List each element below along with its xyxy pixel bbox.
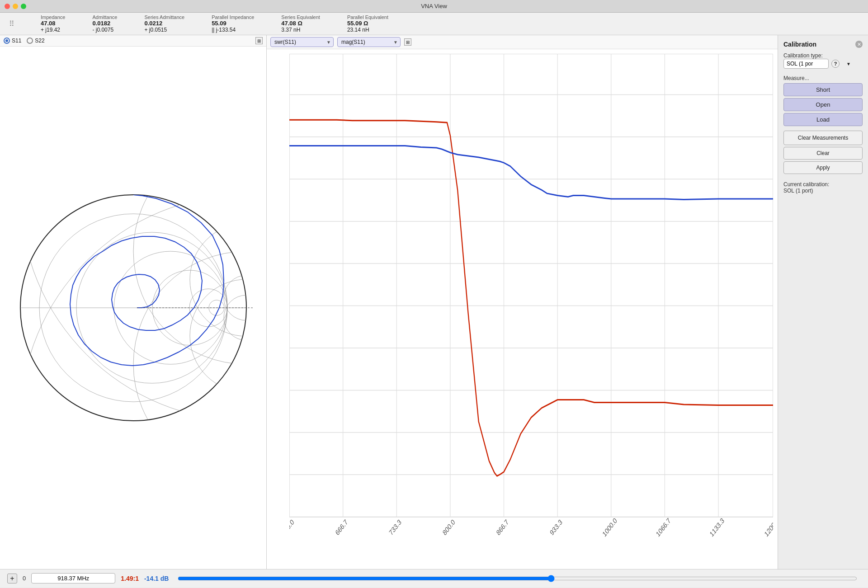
impedance-sub: + j19.42 (41, 27, 60, 33)
measure-label: Measure... (783, 75, 863, 81)
cal-type-dropdown-wrapper: SOL (1 por SOL (2 port) SOLT ▼ ? (783, 59, 863, 69)
metric-series-admittance: Series Admittance 0.0212 + j0.0515 (144, 14, 184, 33)
svg-marker-19 (254, 305, 255, 310)
current-cal-section: Current calibration: SOL (1 port) (783, 179, 863, 194)
series-admittance-value: 0.0212 (144, 20, 162, 27)
main-content: S11 S22 ⊞ (0, 35, 868, 569)
admittance-value: 0.0182 (92, 20, 110, 27)
parallel-impedance-value: 55.09 (212, 20, 226, 27)
series-equivalent-label: Series Equivalent (281, 14, 320, 20)
metrics-handle: ⠿ (9, 19, 14, 28)
metric-parallel-impedance: Parallel Impedance 55.09 || j-133.54 (212, 14, 254, 33)
open-button[interactable]: Open (783, 98, 863, 111)
close-button[interactable] (5, 4, 10, 9)
minimize-button[interactable] (13, 4, 18, 9)
smith-expand-button[interactable]: ⊞ (255, 37, 263, 44)
smith-toolbar: S11 S22 ⊞ (0, 35, 266, 47)
series-equivalent-value: 47.08 Ω (281, 20, 302, 27)
parallel-equivalent-sub: 23.14 nH (347, 27, 369, 33)
parallel-impedance-sub: || j-133.54 (212, 27, 236, 33)
s-param-selector: S11 S22 (4, 38, 45, 44)
cal-title: Calibration (783, 41, 816, 48)
metric-series-equivalent: Series Equivalent 47.08 Ω 3.37 nH (281, 14, 320, 33)
y-right-dropdown[interactable]: mag(S11) swr(S11) phase(S11) (337, 37, 401, 47)
svg-text:1200.0: 1200.0 (763, 517, 773, 538)
smith-chart-svg (11, 186, 255, 430)
load-button[interactable]: Load (783, 113, 863, 126)
frequency-input[interactable] (31, 573, 115, 583)
svg-text:866.7: 866.7 (495, 518, 509, 537)
series-admittance-label: Series Admittance (144, 14, 184, 20)
app-title: VNA View (421, 3, 447, 9)
cal-help-button[interactable]: ? (831, 60, 840, 68)
graph-expand-button[interactable]: ⊞ (404, 38, 411, 46)
s22-radio[interactable]: S22 (27, 38, 44, 44)
frequency-slider[interactable] (178, 575, 857, 582)
graph-area: 11.0 10.0 9.0 8.0 7.0 6.0 5.0 4.0 3.0 2.… (267, 49, 778, 569)
clear-button[interactable]: Clear (783, 147, 863, 160)
current-cal-value: SOL (1 port) (783, 188, 863, 194)
svg-text:1133.3: 1133.3 (708, 517, 725, 538)
svg-text:666.7: 666.7 (334, 518, 349, 537)
svg-rect-21 (289, 54, 773, 517)
series-equivalent-sub: 3.37 nH (281, 27, 300, 33)
svg-text:600.0: 600.0 (289, 518, 295, 537)
cal-type-label: Calibration type: (783, 52, 863, 59)
impedance-label: Impedance (41, 14, 65, 20)
clear-measurements-button[interactable]: Clear Measurements (783, 131, 863, 145)
admittance-sub: - j0.0075 (92, 27, 113, 33)
svg-text:733.3: 733.3 (388, 518, 402, 537)
short-button[interactable]: Short (783, 83, 863, 96)
statusbar: + 0 1.49:1 -14.1 dB (0, 569, 868, 587)
svg-text:1066.7: 1066.7 (655, 517, 672, 538)
series-admittance-sub: + j0.0515 (144, 27, 167, 33)
metric-impedance: Impedance 47.08 + j19.42 (41, 14, 65, 33)
cal-type-dropdown[interactable]: SOL (1 por SOL (2 port) SOLT (783, 59, 829, 69)
graph-panel: swr(S11) mag(S11) phase(S11) ▼ mag(S11) … (267, 35, 778, 569)
s11-label: S11 (12, 38, 21, 44)
s22-label: S22 (35, 38, 44, 44)
metric-admittance: Admittance 0.0182 - j0.0075 (92, 14, 117, 33)
maximize-button[interactable] (21, 4, 26, 9)
metrics-bar: ⠿ Impedance 47.08 + j19.42 Admittance 0.… (0, 13, 868, 35)
titlebar: VNA View (0, 0, 868, 13)
traffic-lights (5, 4, 26, 9)
calibration-sidebar: Calibration ✕ Calibration type: SOL (1 p… (778, 35, 868, 569)
graph-svg: 11.0 10.0 9.0 8.0 7.0 6.0 5.0 4.0 3.0 2.… (289, 54, 773, 551)
channel-number: 0 (23, 575, 26, 582)
y-left-dropdown[interactable]: swr(S11) mag(S11) phase(S11) (270, 37, 334, 47)
cal-type-dropdown-arrow: ▼ (846, 61, 851, 66)
parallel-equivalent-value: 55.09 Ω (347, 20, 368, 27)
impedance-value: 47.08 (41, 20, 56, 27)
smith-chart-container (0, 47, 266, 569)
parallel-equivalent-label: Parallel Equivalent (347, 14, 388, 20)
s11-radio[interactable]: S11 (4, 38, 21, 44)
s22-radio-indicator (27, 38, 33, 44)
metric-parallel-equivalent: Parallel Equivalent 55.09 Ω 23.14 nH (347, 14, 388, 33)
cal-header: Calibration ✕ (783, 41, 863, 48)
db-value: -14.1 dB (144, 575, 169, 582)
svg-text:933.3: 933.3 (549, 518, 563, 537)
smith-chart-panel: S11 S22 ⊞ (0, 35, 267, 569)
parallel-impedance-label: Parallel Impedance (212, 14, 254, 20)
admittance-label: Admittance (92, 14, 117, 20)
current-cal-label: Current calibration: (783, 181, 863, 188)
cal-close-button[interactable]: ✕ (855, 41, 863, 48)
cal-type-section: Calibration type: SOL (1 por SOL (2 port… (783, 52, 863, 69)
graph-toolbar: swr(S11) mag(S11) phase(S11) ▼ mag(S11) … (267, 35, 778, 49)
apply-button[interactable]: Apply (783, 161, 863, 174)
measure-section: Measure... Short Open Load (783, 73, 863, 126)
svg-text:1000.0: 1000.0 (601, 517, 618, 538)
s11-radio-indicator (4, 38, 10, 44)
svg-text:800.0: 800.0 (442, 518, 456, 537)
y-right-dropdown-wrapper: mag(S11) swr(S11) phase(S11) ▼ (337, 37, 401, 47)
add-trace-button[interactable]: + (7, 574, 17, 583)
cal-actions: Clear Measurements Clear Apply (783, 131, 863, 174)
y-left-dropdown-wrapper: swr(S11) mag(S11) phase(S11) ▼ (270, 37, 334, 47)
swr-value: 1.49:1 (121, 575, 139, 582)
